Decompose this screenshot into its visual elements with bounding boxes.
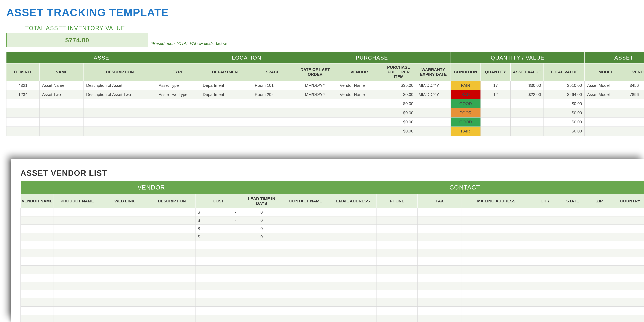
vendor-cell-13[interactable] <box>586 298 613 306</box>
cell-desc[interactable] <box>84 117 156 126</box>
vendor-cell-14[interactable] <box>613 241 644 249</box>
vendor-cell-2[interactable] <box>101 314 148 322</box>
vendor-cell-14[interactable] <box>613 274 644 282</box>
cell-tval[interactable]: $510.00 <box>544 81 584 90</box>
cell-dept[interactable] <box>200 108 252 117</box>
cell-tval[interactable]: $0.00 <box>544 117 584 126</box>
cell-qty[interactable]: 17 <box>481 81 510 90</box>
vendor-cell-11[interactable] <box>531 233 560 241</box>
vendor-cell-6[interactable] <box>282 274 330 282</box>
cell-warranty[interactable] <box>416 99 451 108</box>
vendor-cell-14[interactable] <box>613 266 644 274</box>
vendor-cell-9[interactable] <box>418 274 462 282</box>
vendor-cell-6[interactable] <box>282 224 330 233</box>
asset-tracking-table[interactable]: ASSET LOCATION PURCHASE QUANTITY / VALUE… <box>6 52 644 136</box>
vendor-cell-1[interactable] <box>54 282 101 290</box>
vendor-cell-8[interactable] <box>377 314 418 322</box>
vendor-cell-13[interactable] <box>586 314 613 322</box>
cell-warranty[interactable] <box>416 126 451 136</box>
table-row[interactable] <box>21 314 644 322</box>
cell-vendor[interactable] <box>337 117 382 126</box>
vendor-cell-10[interactable] <box>462 216 531 224</box>
vendor-cell-7[interactable] <box>330 257 377 266</box>
vendor-cell-8[interactable] <box>377 216 418 224</box>
vendor-cell-0[interactable] <box>21 208 54 216</box>
cell-dept[interactable]: Department <box>200 90 252 99</box>
vendor-cell-3[interactable] <box>148 249 196 257</box>
vendor-cell-8[interactable] <box>377 233 418 241</box>
vendor-cell-11[interactable] <box>531 298 560 306</box>
table-row[interactable] <box>21 249 644 257</box>
cell-cond[interactable]: POOR <box>451 108 481 117</box>
vendor-cell-12[interactable] <box>560 233 586 241</box>
cell-tval[interactable]: $264.00 <box>544 90 584 99</box>
vendor-cell-6[interactable] <box>282 208 330 216</box>
vendor-cell-5[interactable] <box>241 257 282 266</box>
cell-price[interactable]: $35.00 <box>382 81 416 90</box>
cell-cond[interactable]: FAIR <box>451 81 481 90</box>
cell-cond[interactable]: GOOD <box>451 99 481 108</box>
vendor-cell-8[interactable] <box>377 208 418 216</box>
cell-item[interactable] <box>6 117 40 126</box>
vendor-cell-6[interactable] <box>282 257 330 266</box>
vendor-cell-11[interactable] <box>531 306 560 314</box>
vendor-cell-1[interactable] <box>54 257 101 266</box>
cell-tval[interactable]: $0.00 <box>544 99 584 108</box>
vendor-cell-2[interactable] <box>101 224 148 233</box>
cell-space[interactable] <box>252 99 293 108</box>
vendor-cell-7[interactable] <box>330 233 377 241</box>
vendor-cell-1[interactable] <box>54 233 101 241</box>
vendor-cell-10[interactable] <box>462 208 531 216</box>
cell-aval[interactable] <box>510 126 544 136</box>
cell-name[interactable]: Asset Name <box>40 81 84 90</box>
vendor-cell-12[interactable] <box>560 314 586 322</box>
vendor-cell-9[interactable] <box>418 257 462 266</box>
cell-warranty[interactable] <box>416 108 451 117</box>
vendor-cell-11[interactable] <box>531 216 560 224</box>
vendor-cell-3[interactable] <box>148 224 196 233</box>
vendor-cell-12[interactable] <box>560 290 586 298</box>
vendor-cell-13[interactable] <box>586 249 613 257</box>
cell-price[interactable]: $0.00 <box>382 90 416 99</box>
table-row[interactable]: 1234Asset TwoDescription of Asset TwoAss… <box>6 90 644 99</box>
table-row[interactable] <box>21 298 644 306</box>
vendor-cell-0[interactable] <box>21 224 54 233</box>
cell-qty[interactable] <box>481 99 510 108</box>
vendor-cell-7[interactable] <box>330 241 377 249</box>
cell-model[interactable]: Asset Model <box>584 90 627 99</box>
vendor-cell-0[interactable] <box>21 216 54 224</box>
vendor-cell-10[interactable] <box>462 266 531 274</box>
vendor-cell-2[interactable] <box>101 241 148 249</box>
vendor-cell-1[interactable] <box>54 216 101 224</box>
vendor-cell-11[interactable] <box>531 314 560 322</box>
vendor-cell-4[interactable] <box>196 314 241 322</box>
cell-type[interactable]: Asset Type <box>156 81 200 90</box>
cell-date[interactable]: MM/DD/YY <box>293 81 337 90</box>
cell-dept[interactable] <box>200 117 252 126</box>
vendor-cell-0[interactable] <box>21 290 54 298</box>
cell-aval[interactable] <box>510 108 544 117</box>
vendor-cell-12[interactable] <box>560 249 586 257</box>
cell-vendor[interactable]: Vendor Name <box>337 90 382 99</box>
vendor-cell-9[interactable] <box>418 241 462 249</box>
vendor-cell-5[interactable] <box>241 249 282 257</box>
table-row[interactable] <box>21 282 644 290</box>
vendor-cell-4[interactable]: $- <box>196 216 241 224</box>
cell-date[interactable] <box>293 117 337 126</box>
cell-tval[interactable]: $0.00 <box>544 108 584 117</box>
vendor-cell-5[interactable]: 0 <box>241 208 282 216</box>
vendor-cell-0[interactable] <box>21 282 54 290</box>
vendor-cell-8[interactable] <box>377 249 418 257</box>
vendor-cell-14[interactable] <box>613 298 644 306</box>
cell-price[interactable]: $0.00 <box>382 108 416 117</box>
cell-aval[interactable] <box>510 99 544 108</box>
vendor-cell-9[interactable] <box>418 306 462 314</box>
cell-qty[interactable]: 12 <box>481 90 510 99</box>
table-row[interactable] <box>21 241 644 249</box>
vendor-cell-3[interactable] <box>148 274 196 282</box>
vendor-cell-12[interactable] <box>560 266 586 274</box>
vendor-cell-7[interactable] <box>330 274 377 282</box>
vendor-cell-3[interactable] <box>148 314 196 322</box>
cell-desc[interactable] <box>84 108 156 117</box>
vendor-cell-6[interactable] <box>282 233 330 241</box>
